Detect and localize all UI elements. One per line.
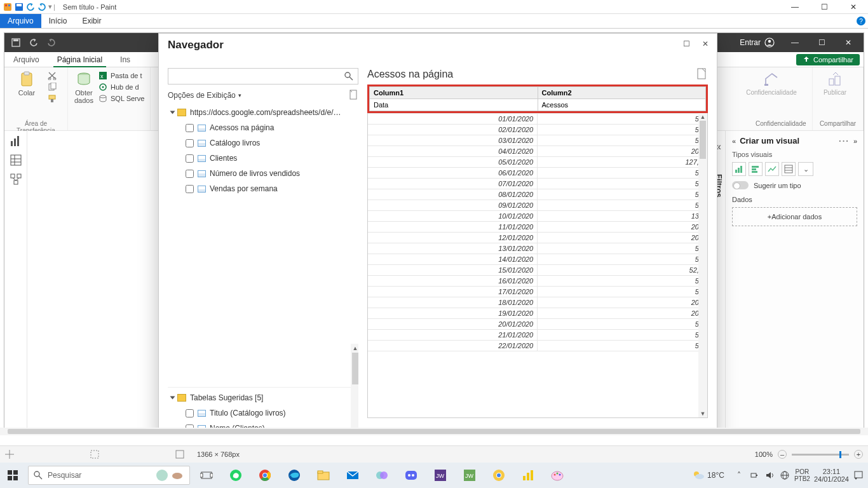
paint-menu-inicio[interactable]: Início: [41, 14, 75, 28]
paint-help-icon[interactable]: ?: [854, 14, 868, 28]
table-checkbox[interactable]: [186, 170, 194, 178]
table-checkbox[interactable]: [186, 124, 194, 132]
network-icon[interactable]: [779, 470, 790, 481]
paste-button[interactable]: Colar: [11, 71, 43, 97]
zoom-slider[interactable]: [792, 454, 849, 456]
table-checkbox[interactable]: [186, 154, 194, 163]
table-checkbox[interactable]: [186, 409, 194, 417]
task-view-icon[interactable]: [194, 463, 219, 488]
display-options-dropdown[interactable]: Opções de Exibição ▾: [168, 91, 241, 100]
model-view-icon[interactable]: [10, 173, 22, 186]
viz-more-icon[interactable]: ···: [839, 136, 850, 146]
undo-icon[interactable]: [25, 2, 36, 12]
report-view-icon[interactable]: [10, 135, 22, 147]
discord-icon[interactable]: [398, 463, 424, 488]
paint-canvas[interactable]: Entrar — ☐ ✕ Arquivo Página Inicial Ins …: [0, 29, 868, 435]
table-checkbox[interactable]: [186, 185, 194, 193]
paint-close-button[interactable]: ✕: [839, 0, 868, 14]
paint-hscrollbar[interactable]: [0, 428, 868, 435]
navigator-maximize-button[interactable]: ☐: [677, 36, 695, 51]
viz-bar-icon[interactable]: [732, 162, 746, 176]
scroll-thumb[interactable]: [700, 121, 706, 159]
app-jw2-icon[interactable]: JW: [457, 463, 482, 488]
collapse-pane-icon[interactable]: «: [732, 137, 736, 145]
mail-icon[interactable]: [340, 463, 365, 488]
tree-suggested-item[interactable]: Titulo (Catálogo livros): [168, 405, 358, 421]
toggle-switch-icon[interactable]: [732, 181, 749, 189]
preview-scrollbar[interactable]: ▲ ▼: [698, 113, 707, 417]
table-checkbox[interactable]: [186, 139, 194, 147]
pbi-minimize-button[interactable]: —: [782, 33, 808, 52]
suggest-toggle[interactable]: Sugerir um tipo: [732, 181, 857, 189]
chevron-down-icon[interactable]: [170, 111, 175, 114]
add-data-button[interactable]: +Adicionar dados: [732, 207, 857, 226]
edge-icon[interactable]: [281, 463, 307, 488]
navigator-search[interactable]: [168, 68, 358, 85]
taskbar-search[interactable]: Pesquisar: [28, 466, 190, 485]
refresh-preview-icon[interactable]: [348, 90, 358, 101]
pbi-save-icon[interactable]: [11, 37, 21, 48]
whatsapp-icon[interactable]: [223, 463, 248, 488]
expand-pane-icon[interactable]: »: [853, 137, 857, 145]
preview-options-icon[interactable]: [696, 68, 708, 81]
get-data-button[interactable]: Obter dados: [74, 71, 93, 104]
tree-root[interactable]: https://docs.google.com/spreadsheets/d/e…: [168, 105, 358, 120]
format-painter-icon[interactable]: [48, 94, 57, 103]
pbi-undo-icon[interactable]: [29, 37, 39, 48]
scroll-up-icon[interactable]: ▲: [351, 344, 358, 353]
tree-table-item[interactable]: Número de livros vendidos: [168, 166, 358, 181]
ribbon-tab-pagina-inicial[interactable]: Página Inicial: [48, 52, 111, 67]
tray-chevron-icon[interactable]: ˄: [733, 470, 745, 481]
app-jw-icon[interactable]: JW: [428, 463, 453, 488]
zoom-in-button[interactable]: +: [854, 450, 863, 459]
scroll-down-icon[interactable]: ▼: [698, 410, 707, 417]
chevron-down-icon[interactable]: [170, 396, 175, 400]
tree-table-item[interactable]: Vendas por semana: [168, 181, 358, 196]
redo-icon[interactable]: [37, 2, 47, 12]
tree-table-item[interactable]: Acessos na página: [168, 120, 358, 135]
paint-maximize-button[interactable]: ☐: [810, 0, 839, 14]
system-clock[interactable]: 23:11 24/01/2024: [814, 468, 849, 483]
hub-source-button[interactable]: Hub de d: [98, 83, 144, 92]
pbi-redo-icon[interactable]: [46, 37, 57, 48]
tree-table-item[interactable]: Clientes: [168, 151, 358, 166]
pbi-close-button[interactable]: ✕: [836, 33, 861, 52]
volume-icon[interactable]: [764, 470, 775, 481]
explorer-icon[interactable]: [311, 463, 336, 488]
copy-icon[interactable]: [48, 83, 57, 92]
start-button[interactable]: [0, 463, 25, 488]
ribbon-tab-inserir[interactable]: Ins: [111, 52, 139, 67]
copilot-icon[interactable]: [369, 463, 395, 488]
viz-line-icon[interactable]: [765, 162, 779, 176]
navigator-search-input[interactable]: [172, 72, 344, 81]
power-icon[interactable]: [749, 470, 760, 481]
sensitivity-button[interactable]: Confidencialidade: [756, 71, 787, 96]
chrome-icon[interactable]: [252, 463, 278, 488]
weather-widget[interactable]: 18°C: [692, 469, 724, 482]
tree-scrollbar[interactable]: ▲ ▼: [351, 344, 358, 433]
publish-button[interactable]: Publicar: [819, 71, 851, 96]
powerbi-taskbar-icon[interactable]: [515, 463, 541, 488]
viz-table-icon[interactable]: [782, 162, 796, 176]
excel-source-button[interactable]: xPasta de t: [98, 71, 144, 80]
paint-minimize-button[interactable]: —: [780, 0, 810, 14]
paint-taskbar-icon[interactable]: [545, 463, 570, 488]
ribbon-tab-arquivo[interactable]: Arquivo: [4, 52, 48, 67]
scroll-thumb[interactable]: [352, 353, 358, 384]
sql-source-button[interactable]: SQL Serve: [98, 94, 144, 103]
pbi-signin-button[interactable]: Entrar: [733, 37, 781, 48]
language-indicator[interactable]: POR PTB2: [794, 468, 810, 482]
scroll-up-icon[interactable]: ▲: [698, 113, 707, 121]
paint-menu-arquivo[interactable]: Arquivo: [0, 14, 41, 28]
data-view-icon[interactable]: [10, 154, 22, 166]
navigator-close-button[interactable]: ✕: [696, 36, 714, 51]
chrome-canary-icon[interactable]: [486, 463, 512, 488]
viz-column-icon[interactable]: [749, 162, 763, 176]
tree-suggested-root[interactable]: Tabelas Sugeridas [5]: [168, 390, 358, 405]
scroll-thumb[interactable]: [8, 429, 860, 434]
save-icon[interactable]: [14, 2, 24, 12]
zoom-out-button[interactable]: –: [778, 450, 787, 459]
tree-table-item[interactable]: Catálogo livros: [168, 135, 358, 151]
viz-more-dropdown[interactable]: ⌄: [798, 162, 813, 176]
cut-icon[interactable]: [48, 71, 57, 80]
